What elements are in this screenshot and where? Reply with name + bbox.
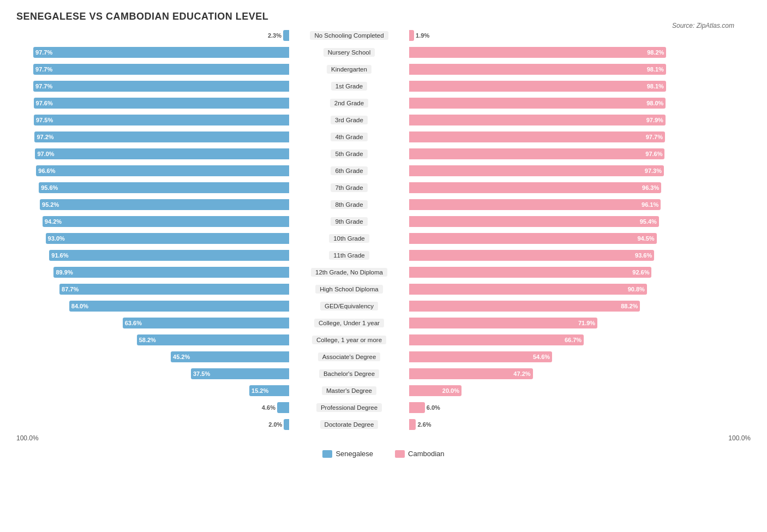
right-value-label: 98.0% [646, 100, 663, 106]
table-row: 95.6% 7th Grade 96.3% [16, 180, 751, 195]
left-bar-container: 95.2% [16, 199, 289, 210]
table-row: 63.6% College, Under 1 year 71.9% [16, 315, 751, 331]
left-bar-container: 84.0% [16, 301, 289, 312]
left-bar: 94.2% [43, 216, 289, 227]
right-bar: 95.4% [409, 216, 659, 227]
right-value-label: 97.3% [645, 168, 662, 174]
row-label: College, 1 year or more [312, 336, 386, 344]
right-value-label: 97.9% [646, 117, 663, 123]
left-value-label: 4.6% [262, 404, 275, 411]
right-bar-container: 90.8% [409, 284, 682, 295]
right-value-label: 94.5% [637, 235, 654, 242]
left-bar-container: 87.7% [16, 284, 289, 295]
right-bar-container: 97.6% [409, 148, 682, 159]
left-value-label: 97.7% [35, 66, 52, 73]
left-bar-container: 97.5% [16, 115, 289, 125]
left-value-label: 97.5% [36, 117, 53, 123]
row-label-container: Nursery School [289, 48, 409, 57]
left-value-label: 97.2% [37, 134, 53, 140]
left-value-label: 97.0% [37, 151, 54, 157]
legend: Senegalese Cambodian [16, 450, 751, 458]
row-label-container: 4th Grade [289, 133, 409, 141]
row-label-container: 7th Grade [289, 183, 409, 192]
source-label: Source: ZipAtlas.com [672, 22, 734, 29]
table-row: 2.0% Doctorate Degree 2.6% [16, 417, 751, 432]
table-row: 2.3% No Schooling Completed 1.9% [16, 28, 751, 43]
right-bar-container: 2.6% [409, 419, 682, 430]
right-bar: 54.6% [409, 351, 552, 362]
right-value-label: 54.6% [533, 354, 550, 360]
row-label: 2nd Grade [330, 99, 368, 107]
right-bar [409, 402, 425, 413]
right-value-label: 88.2% [621, 303, 638, 309]
left-bar: 84.0% [69, 301, 289, 312]
row-label-container: High School Diploma [289, 285, 409, 294]
row-label: 6th Grade [331, 166, 367, 175]
left-bar-container: 2.3% [16, 30, 289, 41]
right-value-label: 96.1% [642, 201, 658, 208]
right-value-label: 98.2% [647, 49, 664, 56]
left-bar: 89.9% [53, 267, 289, 278]
right-bar-container: 92.6% [409, 267, 682, 278]
right-value-label: 98.1% [647, 66, 664, 73]
right-bar: 47.2% [409, 368, 533, 379]
left-bar: 95.6% [39, 182, 289, 193]
right-bar-container: 54.6% [409, 351, 682, 362]
row-label: No Schooling Completed [310, 31, 388, 40]
right-bar-container: 98.1% [409, 64, 682, 75]
right-bar-container: 98.1% [409, 81, 682, 92]
row-label: GED/Equivalency [320, 302, 378, 310]
row-label: Doctorate Degree [320, 420, 379, 429]
row-label-container: 10th Grade [289, 234, 409, 243]
legend-pink: Cambodian [395, 450, 445, 458]
row-label-container: 5th Grade [289, 150, 409, 158]
right-bar: 90.8% [409, 284, 647, 295]
left-value-label: 95.6% [41, 184, 58, 191]
table-row: 97.6% 2nd Grade 98.0% [16, 95, 751, 111]
right-bar-container: 66.7% [409, 334, 682, 345]
left-value-label: 93.0% [48, 235, 65, 242]
left-bar-container: 4.6% [16, 402, 289, 413]
row-label-container: 6th Grade [289, 166, 409, 175]
row-label-container: 8th Grade [289, 200, 409, 209]
left-value-label: 45.2% [173, 354, 190, 360]
left-bar-container: 97.2% [16, 131, 289, 142]
row-label: 11th Grade [329, 251, 369, 260]
right-bar-container: 97.3% [409, 165, 682, 176]
table-row: 84.0% GED/Equivalency 88.2% [16, 298, 751, 314]
left-bar-container: 63.6% [16, 318, 289, 328]
left-bar: 37.5% [191, 368, 289, 379]
table-row: 97.5% 3rd Grade 97.9% [16, 112, 751, 128]
left-bar: 97.7% [33, 47, 289, 58]
row-label: 12th Grade, No Diploma [311, 268, 387, 277]
table-row: 94.2% 9th Grade 95.4% [16, 214, 751, 229]
left-value-label: 2.0% [268, 421, 282, 428]
row-label: College, Under 1 year [314, 319, 384, 327]
right-value-label: 6.0% [427, 404, 440, 411]
table-row: 91.6% 11th Grade 93.6% [16, 248, 751, 263]
row-label: 9th Grade [331, 217, 367, 226]
right-value-label: 97.6% [645, 151, 662, 157]
right-bar: 94.5% [409, 233, 657, 244]
left-value-label: 96.6% [38, 168, 55, 174]
right-bar: 97.6% [409, 148, 664, 159]
row-label: Bachelor's Degree [319, 369, 379, 378]
right-bar [409, 419, 416, 430]
right-value-label: 90.8% [628, 286, 645, 292]
left-bar-container: 97.7% [16, 81, 289, 92]
right-bar-container: 96.3% [409, 182, 682, 193]
row-label-container: Professional Degree [289, 403, 409, 412]
row-label: Associate's Degree [318, 352, 381, 361]
table-row: 93.0% 10th Grade 94.5% [16, 231, 751, 246]
left-bar-container: 97.0% [16, 148, 289, 159]
table-row: 58.2% College, 1 year or more 66.7% [16, 332, 751, 348]
table-row: 45.2% Associate's Degree 54.6% [16, 349, 751, 364]
right-bar: 97.3% [409, 165, 664, 176]
table-row: 97.7% Nursery School 98.2% [16, 45, 751, 60]
left-value-label: 58.2% [139, 337, 156, 343]
right-bar-container: 93.6% [409, 250, 682, 261]
left-bar-container: 96.6% [16, 165, 289, 176]
bottom-right-label: 100.0% [728, 434, 751, 442]
right-bar: 93.6% [409, 250, 654, 261]
row-label-container: Master's Degree [289, 386, 409, 395]
